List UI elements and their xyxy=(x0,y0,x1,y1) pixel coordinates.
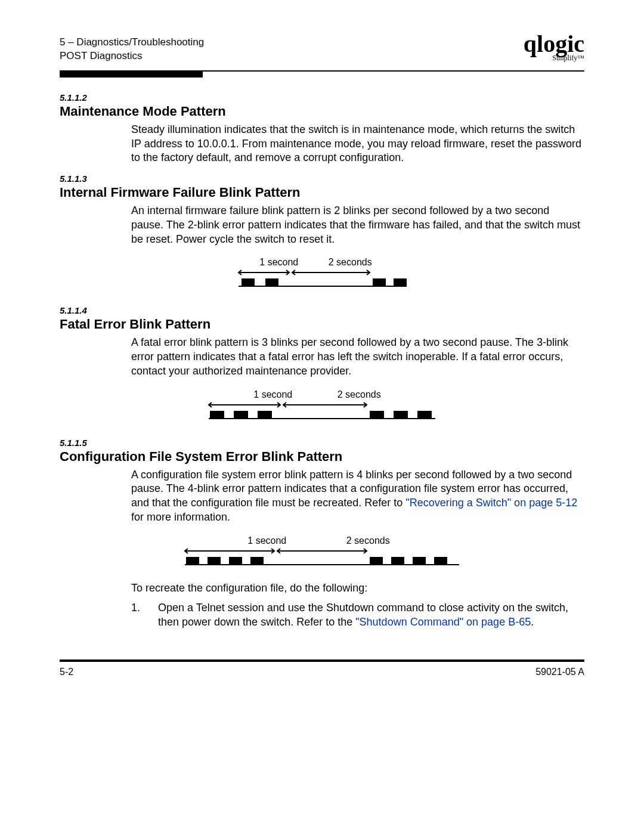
svg-rect-25 xyxy=(413,557,426,565)
section-body: A configuration file system error blink … xyxy=(131,468,584,525)
page-footer: 5-2 59021-05 A xyxy=(60,659,584,677)
document-page: 5 – Diagnostics/Troubleshooting POST Dia… xyxy=(0,0,644,833)
section-title: Fatal Error Blink Pattern xyxy=(60,317,584,332)
label-1s: 1 second xyxy=(237,389,309,400)
step-text: Open a Telnet session and use the Shutdo… xyxy=(158,601,575,630)
waveform-icon xyxy=(233,268,411,295)
blink-diagram-4: 1 second 2 seconds xyxy=(60,535,584,575)
waveform-icon xyxy=(203,400,441,427)
svg-rect-13 xyxy=(370,411,384,419)
body-post: for more information. xyxy=(131,511,230,523)
svg-rect-10 xyxy=(234,411,248,419)
section-number: 5.1.1.5 xyxy=(60,438,584,448)
svg-rect-18 xyxy=(186,557,199,565)
label-2s: 2 seconds xyxy=(314,535,422,546)
logo-script: qlogic xyxy=(524,36,584,52)
label-2s: 2 seconds xyxy=(311,389,407,400)
step-1: 1. Open a Telnet session and use the Shu… xyxy=(131,601,584,630)
section-title: Configuration File System Error Blink Pa… xyxy=(60,449,584,465)
blink-diagram-3: 1 second 2 seconds xyxy=(60,389,584,429)
label-1s: 1 second xyxy=(252,257,306,268)
section-number: 5.1.1.3 xyxy=(60,174,584,184)
header-rule xyxy=(60,70,584,72)
brand-logo: qlogic Simplify™ xyxy=(524,36,584,63)
waveform-icon xyxy=(179,546,465,573)
blink-diagram-2: 1 second 2 seconds xyxy=(60,257,584,297)
svg-rect-11 xyxy=(258,411,272,419)
diagram-labels: 1 second 2 seconds xyxy=(60,535,584,546)
svg-rect-15 xyxy=(417,411,432,419)
svg-rect-6 xyxy=(394,278,407,287)
section-body: A fatal error blink pattern is 3 blinks … xyxy=(131,336,584,378)
svg-rect-14 xyxy=(394,411,408,419)
section-body: Steady illumination indicates that the s… xyxy=(131,123,584,165)
svg-rect-19 xyxy=(208,557,221,565)
svg-rect-9 xyxy=(210,411,224,419)
svg-rect-24 xyxy=(391,557,404,565)
section-number: 5.1.1.4 xyxy=(60,305,584,315)
svg-rect-2 xyxy=(242,278,255,287)
after-diagram-text: To recreate the configuration file, do t… xyxy=(131,581,584,596)
page-header: 5 – Diagnostics/Troubleshooting POST Dia… xyxy=(60,36,584,63)
section-title: Internal Firmware Failure Blink Pattern xyxy=(60,185,584,200)
section-line: POST Diagnostics xyxy=(60,49,204,63)
footer-page-number: 5-2 xyxy=(60,667,73,677)
shutdown-command-link[interactable]: "Shutdown Command" on page B-65 xyxy=(355,616,531,628)
section-body: An internal firmware failure blink patte… xyxy=(131,204,584,246)
section-number: 5.1.1.2 xyxy=(60,92,584,103)
label-2s: 2 seconds xyxy=(308,257,392,268)
svg-rect-23 xyxy=(370,557,383,565)
footer-doc-id: 59021-05 A xyxy=(535,667,584,677)
label-1s: 1 second xyxy=(222,535,312,546)
svg-rect-26 xyxy=(434,557,447,565)
section-title: Maintenance Mode Pattern xyxy=(60,104,584,119)
diagram-labels: 1 second 2 seconds xyxy=(60,257,584,268)
step-number: 1. xyxy=(131,601,155,615)
svg-rect-3 xyxy=(265,278,278,287)
step-post: . xyxy=(531,616,534,628)
svg-rect-5 xyxy=(373,278,386,287)
chapter-line: 5 – Diagnostics/Troubleshooting xyxy=(60,36,204,49)
svg-rect-21 xyxy=(250,557,264,565)
svg-rect-20 xyxy=(229,557,242,565)
header-text-block: 5 – Diagnostics/Troubleshooting POST Dia… xyxy=(60,36,204,63)
recovering-switch-link[interactable]: "Recovering a Switch" on page 5-12 xyxy=(405,497,577,509)
diagram-labels: 1 second 2 seconds xyxy=(60,389,584,400)
